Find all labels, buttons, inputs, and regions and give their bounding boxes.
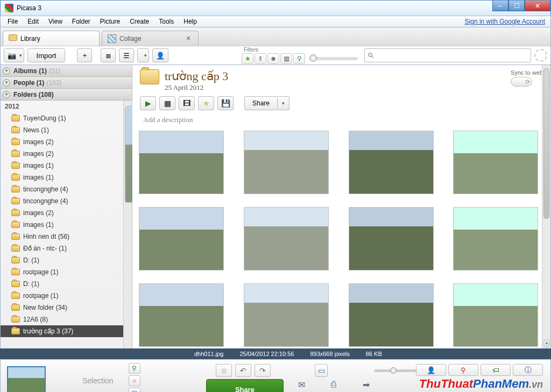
content-scrollbar[interactable]: ▾ bbox=[542, 65, 550, 348]
scrollbar-thumb[interactable] bbox=[543, 68, 549, 219]
folder-item[interactable]: trường cấp 3 (37) bbox=[1, 325, 132, 337]
photo-thumbnail[interactable] bbox=[453, 283, 538, 347]
folder-item[interactable]: images (1) bbox=[1, 160, 132, 172]
add-to-button[interactable]: ▤ bbox=[129, 388, 140, 392]
sidebar-section-folders[interactable]: ▾ Folders (108) bbox=[1, 89, 132, 101]
filter-starred-button[interactable]: ★ bbox=[242, 53, 253, 64]
filter-uploads-button[interactable]: ⬆ bbox=[255, 53, 266, 64]
folder-item[interactable]: TuyenDung (1) bbox=[1, 112, 132, 124]
folder-item[interactable]: 12A6 (8) bbox=[1, 313, 132, 325]
photo-thumbnail[interactable] bbox=[453, 131, 538, 194]
create-movie-button[interactable]: 🎞 bbox=[179, 96, 195, 110]
close-button[interactable]: ✕ bbox=[525, 1, 550, 11]
photo-thumbnail[interactable] bbox=[244, 131, 329, 194]
view-options-button[interactable] bbox=[137, 48, 149, 62]
folder-item[interactable]: tincongnghe (4) bbox=[1, 183, 132, 195]
folder-item[interactable]: images (2) bbox=[1, 136, 132, 148]
folder-icon bbox=[11, 222, 20, 228]
menu-file[interactable]: File bbox=[3, 17, 23, 26]
properties-button[interactable]: ⓘ bbox=[513, 364, 543, 376]
save-button[interactable]: 💾 bbox=[217, 96, 234, 110]
export-button[interactable]: ➡Export bbox=[351, 379, 380, 392]
folder-item[interactable]: images (2) bbox=[1, 207, 132, 219]
signin-link[interactable]: Sign in with Google Account bbox=[465, 18, 548, 25]
folder-icon bbox=[11, 162, 20, 169]
photo-thumbnail[interactable] bbox=[349, 207, 434, 270]
search-input[interactable]: ⚲ bbox=[364, 48, 531, 62]
folder-item[interactable]: images (2) bbox=[1, 148, 132, 160]
tag-people-button[interactable]: 👤 bbox=[416, 364, 446, 376]
sync-toggle[interactable]: ⟳ bbox=[511, 77, 532, 87]
share-big-button[interactable]: Share bbox=[206, 379, 284, 392]
window-title: Picasa 3 bbox=[17, 4, 41, 12]
folder-item[interactable]: D: (1) bbox=[1, 254, 132, 266]
new-album-button[interactable]: ＋ bbox=[77, 48, 92, 62]
hold-button[interactable]: ⚲ bbox=[129, 363, 140, 374]
photo-thumbnail[interactable] bbox=[139, 283, 224, 347]
rotate-left-button[interactable]: ↶ bbox=[235, 364, 251, 377]
filter-faces-button[interactable]: ☻ bbox=[267, 53, 279, 64]
sidebar-scrollbar[interactable] bbox=[123, 101, 132, 348]
window-controls: – ☐ ✕ bbox=[492, 1, 550, 11]
places-button[interactable]: ⚲ bbox=[448, 364, 478, 376]
folder-item[interactable]: Hinh nen dt (56) bbox=[1, 231, 132, 243]
tab-close-button[interactable]: × bbox=[184, 34, 193, 43]
camera-import-button[interactable]: 📷 bbox=[4, 48, 24, 62]
menu-help[interactable]: Help bbox=[179, 17, 202, 26]
print-button[interactable]: ⎙Print bbox=[319, 379, 348, 392]
list-view-button[interactable]: ≣ bbox=[101, 48, 116, 62]
menu-picture[interactable]: Picture bbox=[95, 17, 125, 26]
photo-thumbnail[interactable] bbox=[453, 207, 538, 270]
photo-thumbnail[interactable] bbox=[349, 283, 434, 347]
tree-view-button[interactable]: ☰ bbox=[119, 48, 134, 62]
clear-button[interactable]: ○ bbox=[129, 375, 140, 386]
photo-thumbnail[interactable] bbox=[244, 283, 329, 347]
menu-tools[interactable]: Tools bbox=[154, 17, 179, 26]
selection-thumbnail[interactable] bbox=[7, 366, 46, 392]
menu-create[interactable]: Create bbox=[125, 17, 154, 26]
scroll-down-button[interactable]: ▾ bbox=[543, 340, 549, 347]
minimize-button[interactable]: – bbox=[492, 1, 508, 11]
people-button[interactable]: 👤 bbox=[152, 48, 168, 62]
slider-knob[interactable] bbox=[309, 54, 317, 62]
rotate-right-button[interactable]: ↷ bbox=[255, 364, 271, 377]
folder-item[interactable]: D: (1) bbox=[1, 278, 132, 290]
sidebar-section-albums[interactable]: ▾ Albums (1) (31) bbox=[1, 65, 132, 77]
email-button[interactable]: ✉Email bbox=[287, 379, 316, 392]
description-input[interactable]: Add a description bbox=[132, 112, 550, 127]
tab-library[interactable]: Library bbox=[3, 31, 100, 46]
folder-item[interactable]: rootpage (1) bbox=[1, 290, 132, 302]
folder-item[interactable]: Đồ án - ntc- (1) bbox=[1, 243, 132, 254]
slider-knob[interactable] bbox=[390, 367, 397, 374]
filter-geo-button[interactable]: ⚲ bbox=[293, 53, 305, 64]
photo-thumbnail[interactable] bbox=[139, 131, 224, 194]
share-dropdown-button[interactable]: ▾ bbox=[278, 96, 289, 110]
star-toggle-button[interactable]: ☆ bbox=[216, 364, 232, 377]
folder-item[interactable]: News (1) bbox=[1, 124, 132, 136]
create-collage-button[interactable]: ▦ bbox=[159, 96, 175, 110]
menu-view[interactable]: View bbox=[44, 17, 67, 26]
share-button[interactable]: Share bbox=[244, 96, 278, 110]
filter-movies-button[interactable]: ▦ bbox=[280, 53, 292, 64]
maximize-button[interactable]: ☐ bbox=[508, 1, 525, 11]
search-field[interactable] bbox=[373, 52, 527, 59]
tags-button[interactable]: 🏷 bbox=[481, 364, 511, 376]
folder-item[interactable]: images (1) bbox=[1, 172, 132, 183]
photo-thumbnail[interactable] bbox=[349, 131, 434, 194]
folder-item[interactable]: New folder (34) bbox=[1, 302, 132, 313]
sidebar-section-people[interactable]: ▾ People (1) (103) bbox=[1, 77, 132, 89]
menu-edit[interactable]: Edit bbox=[23, 17, 44, 26]
folder-icon bbox=[11, 257, 20, 263]
folder-item[interactable]: tincongnghe (4) bbox=[1, 195, 132, 207]
folder-icon bbox=[11, 198, 20, 204]
slideshow-button[interactable]: ▶ bbox=[140, 96, 156, 110]
photo-thumbnail[interactable] bbox=[139, 207, 224, 270]
import-button[interactable]: Import bbox=[27, 48, 65, 62]
photo-thumbnail[interactable] bbox=[244, 207, 329, 270]
star-button[interactable]: ★ bbox=[198, 96, 214, 110]
menu-folder[interactable]: Folder bbox=[67, 17, 95, 26]
tab-collage[interactable]: Collage × bbox=[102, 31, 199, 46]
thumb-zoom-slider[interactable] bbox=[309, 57, 358, 60]
folder-item[interactable]: rootpage (1) bbox=[1, 266, 132, 278]
folder-item[interactable]: images (1) bbox=[1, 219, 132, 231]
